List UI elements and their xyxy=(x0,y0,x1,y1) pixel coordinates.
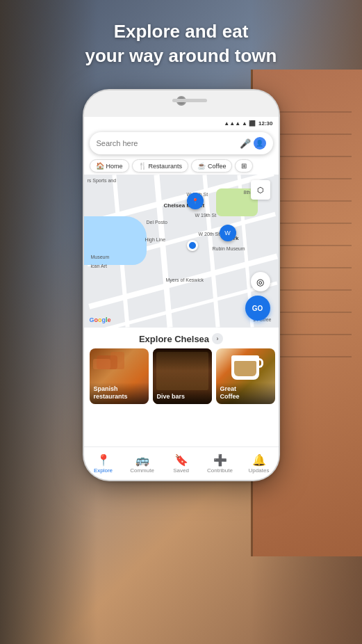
time-display: 12:30 xyxy=(258,120,272,127)
nav-commute[interactable]: 🚌 Commute xyxy=(123,455,162,474)
headline-line2: your way around town xyxy=(21,44,341,68)
nav-explore[interactable]: 📍 Explore xyxy=(84,455,123,474)
map-pin-work[interactable]: W xyxy=(220,225,236,241)
search-bar[interactable]: 🎤 👤 xyxy=(90,132,273,154)
account-icon[interactable]: 👤 xyxy=(254,137,266,150)
phone-speaker xyxy=(172,99,207,102)
updates-nav-icon: 🔔 xyxy=(252,455,266,466)
explore-section: Explore Chelsea › Spanishrestaurants xyxy=(84,328,279,407)
go-button-label: GO xyxy=(252,305,263,312)
card-spanish-label: Spanishrestaurants xyxy=(90,383,149,404)
map-area[interactable]: rs Sports and Chelsea Market Del Posto W… xyxy=(84,175,279,328)
phone-shell: ▲▲▲ ▲ ⬛ 12:30 🎤 👤 🏠 Home 🍴 Restaurants xyxy=(84,90,279,480)
filter-chips: 🏠 Home 🍴 Restaurants ☕ Coffee ⊞ xyxy=(84,157,279,175)
saved-nav-icon: 🔖 xyxy=(174,455,188,466)
map-label-rubin: Rubin Museum xyxy=(213,246,245,251)
explore-chevron[interactable]: › xyxy=(212,333,223,344)
nav-updates[interactable]: 🔔 Updates xyxy=(240,455,279,474)
wifi-icon: ▲ xyxy=(242,120,247,127)
chip-coffee[interactable]: ☕ Coffee xyxy=(191,159,232,172)
card-great-coffee[interactable]: GreatCoffee xyxy=(216,348,275,404)
mic-icon[interactable]: 🎤 xyxy=(240,138,249,148)
battery-icon: ⬛ xyxy=(249,120,256,127)
map-label-myers: Myers of Keswick xyxy=(166,277,204,282)
map-label-w20: W 20th St xyxy=(199,232,220,236)
commute-nav-label: Commute xyxy=(130,467,154,474)
map-label-high-line: High Line xyxy=(145,237,166,242)
updates-nav-label: Updates xyxy=(249,467,270,474)
layers-button[interactable]: ⬡ xyxy=(251,180,270,200)
contribute-nav-icon: ➕ xyxy=(213,455,227,466)
chip-home-label: Home xyxy=(106,163,123,170)
chip-more[interactable]: ⊞ xyxy=(235,159,253,172)
chip-restaurants-label: Restaurants xyxy=(149,163,183,170)
chip-restaurants[interactable]: 🍴 Restaurants xyxy=(132,159,189,172)
headline-line1: Explore and eat xyxy=(21,19,341,44)
chelsea-market-pin-icon: 📍 xyxy=(192,198,199,204)
map-pin-chelsea-market[interactable]: 📍 xyxy=(187,193,204,209)
home-chip-icon: 🏠 xyxy=(96,162,104,170)
restaurants-chip-icon: 🍴 xyxy=(138,162,147,170)
saved-nav-label: Saved xyxy=(173,467,189,474)
commute-nav-icon: 🚌 xyxy=(135,455,149,466)
map-label: rs Sports and xyxy=(88,178,117,183)
card-coffee-label: GreatCoffee xyxy=(216,383,275,404)
search-input[interactable] xyxy=(97,139,240,147)
status-bar: ▲▲▲ ▲ ⬛ 12:30 xyxy=(84,117,279,129)
chip-home[interactable]: 🏠 Home xyxy=(90,159,129,172)
google-logo: Google xyxy=(90,316,111,323)
map-label-ican-art: ican Art xyxy=(91,264,107,268)
work-pin-icon: W xyxy=(224,230,231,236)
map-pin-user-location xyxy=(187,240,198,251)
nav-contribute[interactable]: ➕ Contribute xyxy=(201,455,240,474)
map-label-museum: Museum xyxy=(91,255,110,259)
map-background: rs Sports and Chelsea Market Del Posto W… xyxy=(84,175,279,328)
layers-icon: ⬡ xyxy=(257,186,264,195)
card-spanish-restaurants[interactable]: Spanishrestaurants xyxy=(90,348,149,404)
signal-icon: ▲▲▲ xyxy=(224,120,240,127)
bottom-nav: 📍 Explore 🚌 Commute 🔖 Saved ➕ Contribute… xyxy=(84,446,279,480)
search-icons: 🎤 👤 xyxy=(240,137,266,150)
coffee-chip-icon: ☕ xyxy=(197,162,206,170)
status-icons: ▲▲▲ ▲ ⬛ 12:30 xyxy=(224,120,272,127)
headline: Explore and eat your way around town xyxy=(0,19,362,68)
phone-top-bar xyxy=(84,90,279,117)
go-button[interactable]: GO xyxy=(245,296,270,321)
explore-nav-icon: 📍 xyxy=(97,455,110,466)
contribute-nav-label: Contribute xyxy=(207,467,233,474)
background-left xyxy=(0,0,97,644)
card-dive-bars[interactable]: Dive bars xyxy=(153,348,212,404)
location-icon: ◎ xyxy=(256,277,264,287)
explore-header: Explore Chelsea › xyxy=(84,333,279,344)
explore-cards: Spanishrestaurants Dive bars xyxy=(84,348,279,404)
more-chip-icon: ⊞ xyxy=(241,162,247,170)
map-label-w19: W 19th St xyxy=(195,213,217,218)
map-label-del-posto: Del Posto xyxy=(147,220,167,225)
card-dive-label: Dive bars xyxy=(153,390,212,404)
chip-coffee-label: Coffee xyxy=(208,163,226,170)
explore-nav-label: Explore xyxy=(94,467,113,474)
location-button[interactable]: ◎ xyxy=(251,272,270,291)
phone-screen: ▲▲▲ ▲ ⬛ 12:30 🎤 👤 🏠 Home 🍴 Restaurants xyxy=(84,117,279,446)
explore-title: Explore Chelsea xyxy=(139,334,209,344)
nav-saved[interactable]: 🔖 Saved xyxy=(162,455,201,474)
